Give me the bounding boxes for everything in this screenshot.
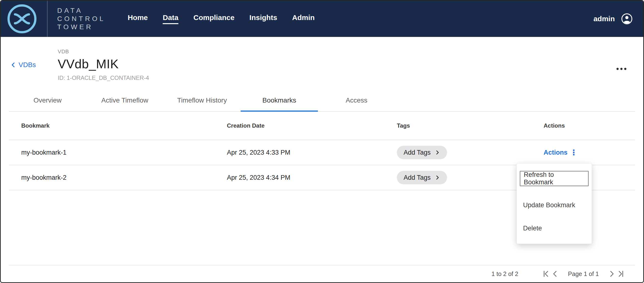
column-header-tags: Tags: [397, 122, 544, 129]
brand-divider: [47, 1, 48, 37]
nav-home[interactable]: Home: [128, 13, 148, 24]
nav-data[interactable]: Data: [163, 13, 178, 24]
tab-bookmarks[interactable]: Bookmarks: [241, 96, 318, 112]
page-header: VDBs VDB VVdb_MIK ID: 1-ORACLE_DB_CONTAI…: [1, 37, 643, 92]
title-block: VDB VVdb_MIK ID: 1-ORACLE_DB_CONTAINER-4: [1, 37, 643, 81]
back-to-vdbs-link[interactable]: VDBs: [10, 61, 36, 69]
creation-date: Apr 25, 2023 4:34 PM: [227, 174, 397, 181]
ellipsis-icon: [624, 68, 626, 70]
brand-logo[interactable]: DATA CONTROL TOWER: [6, 1, 106, 37]
table-row: my-bookmark-1 Apr 25, 2023 4:33 PM Add T…: [9, 140, 635, 165]
previous-page-icon[interactable]: [550, 269, 560, 279]
user-name[interactable]: admin: [594, 15, 615, 23]
nav-insights[interactable]: Insights: [249, 13, 277, 24]
brand-line: CONTROL: [57, 15, 106, 23]
column-header-actions: Actions: [544, 122, 635, 129]
top-navbar: DATA CONTROL TOWER Home Data Compliance …: [1, 1, 643, 37]
user-avatar-icon[interactable]: [621, 13, 633, 25]
first-page-icon[interactable]: [542, 269, 550, 279]
column-header-creation-date: Creation Date: [227, 122, 397, 129]
more-options-button[interactable]: [614, 65, 629, 72]
brand-line: TOWER: [57, 23, 106, 31]
pagination-page-label: Page 1 of 1: [568, 271, 599, 278]
navbar-right: admin: [594, 13, 633, 25]
add-tags-label: Add Tags: [404, 174, 430, 181]
chevron-left-icon: [10, 61, 17, 68]
main-nav: Home Data Compliance Insights Admin: [128, 13, 315, 24]
row-actions-button[interactable]: Actions ⋮: [544, 149, 578, 156]
chevron-right-icon: [434, 150, 440, 155]
ellipsis-icon: [620, 68, 622, 70]
menu-item-refresh-to-bookmark[interactable]: Refresh to Bookmark: [520, 171, 589, 186]
add-tags-label: Add Tags: [404, 149, 430, 156]
last-page-icon[interactable]: [616, 269, 626, 279]
ellipsis-icon: [616, 68, 619, 70]
tab-overview[interactable]: Overview: [9, 96, 86, 112]
bookmark-name: my-bookmark-1: [9, 149, 227, 156]
table-header-row: Bookmark Creation Date Tags Actions: [9, 112, 635, 140]
menu-item-delete[interactable]: Delete: [520, 217, 589, 240]
add-tags-button[interactable]: Add Tags: [397, 171, 447, 184]
tab-active-timeflow[interactable]: Active Timeflow: [86, 96, 164, 112]
nav-compliance[interactable]: Compliance: [193, 13, 234, 24]
chevron-right-icon: [434, 175, 440, 180]
kebab-vertical-icon: ⋮: [570, 149, 578, 156]
tab-timeflow-history[interactable]: Timeflow History: [164, 96, 241, 112]
entity-id-label: ID: 1-ORACLE_DB_CONTAINER-4: [58, 74, 643, 81]
next-page-icon[interactable]: [607, 269, 616, 279]
tab-access[interactable]: Access: [318, 96, 395, 112]
bookmark-name: my-bookmark-2: [9, 174, 227, 181]
column-header-bookmark: Bookmark: [9, 122, 227, 129]
nav-admin[interactable]: Admin: [292, 13, 314, 24]
pagination-range-label: 1 to 2 of 2: [492, 271, 518, 278]
pagination-bar: 1 to 2 of 2 Page 1 of 1: [9, 265, 635, 282]
actions-label: Actions: [544, 149, 568, 156]
entity-type-label: VDB: [58, 48, 643, 55]
delphix-logo-icon: [6, 3, 38, 35]
page-title: VVdb_MIK: [58, 57, 643, 71]
tab-bar: Overview Active Timeflow Timeflow Histor…: [9, 92, 635, 112]
brand-text: DATA CONTROL TOWER: [57, 6, 106, 31]
menu-item-update-bookmark[interactable]: Update Bookmark: [520, 194, 589, 217]
app-window: DATA CONTROL TOWER Home Data Compliance …: [0, 0, 644, 283]
add-tags-button[interactable]: Add Tags: [397, 146, 447, 159]
creation-date: Apr 25, 2023 4:33 PM: [227, 149, 397, 156]
brand-line: DATA: [57, 6, 106, 15]
back-link-label: VDBs: [18, 61, 36, 69]
actions-menu: Refresh to Bookmark Update Bookmark Dele…: [516, 163, 592, 244]
